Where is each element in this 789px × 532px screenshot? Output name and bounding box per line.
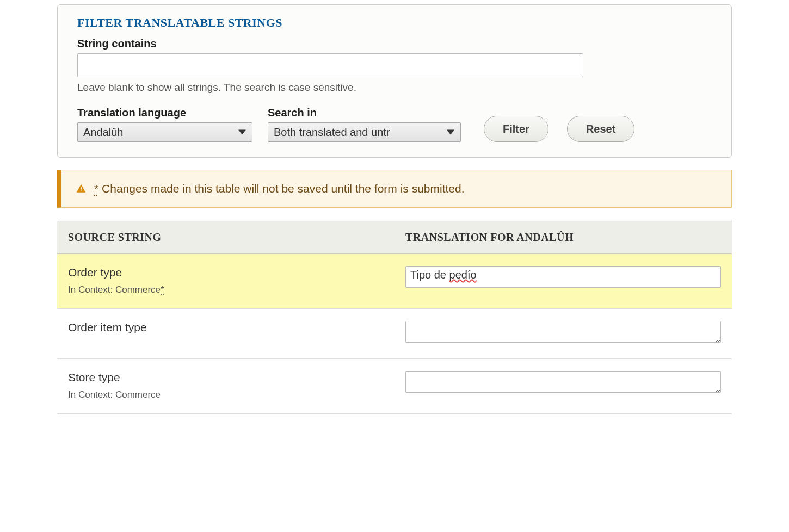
warning-icon [76, 183, 87, 194]
filter-fieldset: FILTER TRANSLATABLE STRINGS String conta… [57, 4, 732, 158]
translations-table: SOURCE STRING TRANSLATION FOR ANDALÛH Or… [57, 221, 732, 414]
svg-rect-1 [81, 190, 82, 191]
translation-input[interactable] [405, 371, 721, 393]
source-context: In Context: Commerce [68, 389, 384, 400]
table-row: Order item type [57, 309, 732, 359]
table-row: Store type In Context: Commerce [57, 359, 732, 414]
col-header-translation: TRANSLATION FOR ANDALÛH [394, 221, 732, 254]
search-in-select[interactable]: Both translated and untr [268, 122, 461, 142]
filter-button[interactable]: Filter [484, 116, 548, 142]
string-contains-help: Leave blank to show all strings. The sea… [77, 82, 712, 94]
reset-button[interactable]: Reset [567, 116, 634, 142]
search-in-label: Search in [268, 107, 461, 119]
warning-message: * Changes made in this table will not be… [57, 170, 732, 208]
translation-input[interactable]: Tipo de pedío [405, 266, 721, 288]
source-context: In Context: Commerce* [68, 284, 384, 295]
string-contains-label: String contains [77, 38, 712, 50]
source-string: Store type [68, 371, 384, 384]
filter-legend: FILTER TRANSLATABLE STRINGS [77, 16, 712, 30]
table-row: Order type In Context: Commerce* Tipo de… [57, 254, 732, 309]
source-string: Order type [68, 266, 384, 279]
translation-language-select[interactable]: Andalûh [77, 122, 252, 142]
translation-language-label: Translation language [77, 107, 252, 119]
svg-rect-0 [81, 187, 82, 190]
col-header-source: SOURCE STRING [57, 221, 394, 254]
warning-text: * Changes made in this table will not be… [94, 182, 465, 195]
translation-input[interactable] [405, 321, 721, 343]
string-contains-input[interactable] [77, 53, 583, 77]
source-string: Order item type [68, 321, 384, 334]
